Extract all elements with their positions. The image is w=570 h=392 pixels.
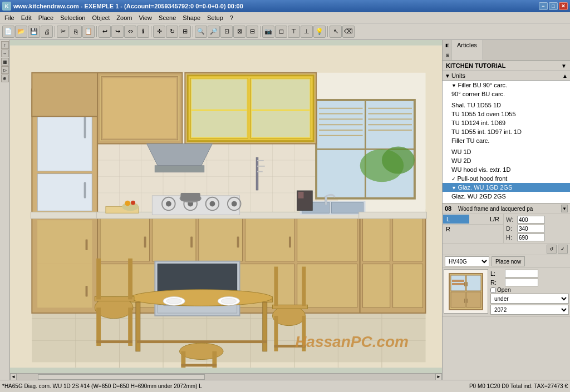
lr-right-label: L/R: [469, 215, 503, 224]
3d-viewport[interactable]: HassanPC.com: [10, 40, 442, 373]
list-item-wu-2d[interactable]: WU 2D: [443, 156, 570, 165]
cut-icon[interactable]: ✂: [57, 26, 69, 38]
zoom-all-icon[interactable]: ⊠: [233, 26, 245, 38]
menu-setup[interactable]: Setup: [204, 13, 227, 22]
category-dropdown[interactable]: ▼: [561, 63, 567, 69]
list-item-glaz-wu-1gd[interactable]: ▼ Glaz. WU 1GD 2GS: [443, 183, 570, 192]
list-item-filler-tu[interactable]: Filler TU carc.: [443, 136, 570, 145]
save-icon[interactable]: 💾: [28, 26, 40, 38]
list-item-filler-bu[interactable]: ▼ Filler BU 90° carc.: [443, 81, 570, 90]
eraser-icon[interactable]: ⌫: [342, 26, 355, 38]
mirror-icon[interactable]: ⇔: [124, 26, 136, 38]
menu-help[interactable]: ?: [227, 13, 237, 22]
svg-rect-149: [359, 212, 427, 219]
prop-l-input[interactable]: [505, 270, 538, 277]
list-item-tu-1d55-oven[interactable]: TU 1D55 1d oven 1D55: [443, 110, 570, 118]
list-item-tu-1d55-int[interactable]: TU 1D55 int. 1D97 int. 1D: [443, 127, 570, 136]
open-icon[interactable]: 📂: [15, 26, 27, 38]
menu-edit[interactable]: Edit: [18, 13, 35, 22]
model-select[interactable]: HV40G: [445, 256, 489, 266]
apply-icon[interactable]: ✓: [558, 245, 568, 254]
app-icon: K: [2, 2, 11, 11]
maximize-button[interactable]: □: [549, 2, 558, 10]
print-icon[interactable]: 🖨: [41, 26, 53, 38]
menu-file[interactable]: File: [1, 13, 18, 22]
view3d-icon[interactable]: ◻: [275, 26, 287, 38]
lr-l-option[interactable]: L: [443, 215, 469, 224]
paste-icon[interactable]: 📋: [82, 26, 95, 38]
open-checkbox[interactable]: [490, 287, 496, 293]
h-scroll-thumb[interactable]: [38, 374, 205, 380]
light-icon[interactable]: 💡: [313, 26, 326, 38]
horizontal-scrollbar[interactable]: ◄ ►: [10, 373, 442, 380]
prop-l-label: L:: [490, 270, 504, 277]
list-item-glaz-wu-2gd[interactable]: Glaz. WU 2GD 2GS: [443, 192, 570, 201]
undo-icon[interactable]: ↩: [99, 26, 111, 38]
svg-rect-61: [252, 80, 309, 110]
rotate-icon[interactable]: ↻: [166, 26, 178, 38]
dim-w-input[interactable]: [517, 216, 545, 224]
scroll-left-button[interactable]: ◄: [10, 374, 17, 380]
svg-rect-123: [96, 307, 101, 346]
place-now-button[interactable]: Place now: [492, 256, 525, 266]
subcategory-label: Units: [451, 72, 562, 79]
items-list[interactable]: ▼ Filler BU 90° carc. 90° corner BU carc…: [443, 81, 570, 203]
left-tool-1[interactable]: ↑: [1, 41, 9, 49]
list-item-pullout[interactable]: ✓ Pull-out hood front: [443, 174, 570, 183]
h-scroll-track[interactable]: [17, 374, 435, 380]
lr-r-option[interactable]: R: [443, 225, 503, 234]
list-item-wu-1d[interactable]: WU 1D: [443, 147, 570, 156]
prop-r-input[interactable]: [505, 279, 538, 286]
left-tool-2[interactable]: ↔: [1, 49, 9, 57]
svg-rect-160: [466, 299, 468, 303]
select-icon[interactable]: ↖: [330, 26, 342, 38]
menu-object[interactable]: Object: [89, 13, 114, 22]
dim-d-input[interactable]: [517, 225, 545, 232]
left-tool-3[interactable]: ▦: [1, 58, 9, 66]
menu-selection[interactable]: Selection: [57, 13, 89, 22]
detail-dropdown[interactable]: ▼: [561, 205, 568, 212]
menu-bar: File Edit Place Selection Object Zoom Vi…: [0, 12, 570, 23]
scroll-right-button[interactable]: ►: [435, 374, 442, 380]
reset-icon[interactable]: ↺: [547, 245, 557, 254]
tab-articles[interactable]: Articles: [451, 40, 483, 60]
redo-icon[interactable]: ↪: [111, 26, 124, 38]
view-front-icon[interactable]: ⊥: [301, 26, 313, 38]
zoom-in-icon[interactable]: 🔍: [195, 26, 207, 38]
close-button[interactable]: ✕: [559, 2, 568, 10]
list-item-wu-hood[interactable]: WU hood vis. extr. 1D: [443, 165, 570, 174]
svg-rect-128: [128, 259, 132, 300]
article-thumbnail: [444, 269, 488, 314]
sub-dropdown[interactable]: ▲: [562, 73, 568, 79]
svg-rect-119: [136, 302, 140, 351]
menu-view[interactable]: View: [135, 13, 155, 22]
menu-place[interactable]: Place: [35, 13, 57, 22]
list-item-corner-bu[interactable]: 90° corner BU carc.: [443, 90, 570, 98]
svg-rect-53: [84, 182, 86, 198]
svg-rect-98: [180, 193, 200, 201]
list-item-shal-tu[interactable]: Shal. TU 1D55 1D: [443, 101, 570, 110]
zoom-fit-icon[interactable]: ⊡: [220, 26, 233, 38]
minimize-button[interactable]: −: [539, 2, 548, 10]
menu-zoom[interactable]: Zoom: [113, 13, 135, 22]
svg-rect-154: [466, 292, 481, 307]
copy-icon[interactable]: ⎘: [70, 26, 82, 38]
menu-scene[interactable]: Scene: [155, 13, 179, 22]
zoom-window-icon[interactable]: ⊟: [246, 26, 258, 38]
new-icon[interactable]: 📄: [2, 26, 14, 38]
height-select[interactable]: 2072: [490, 305, 569, 315]
left-tool-4[interactable]: ▷: [1, 66, 9, 74]
menu-shape[interactable]: Shape: [179, 13, 204, 22]
info-icon[interactable]: ℹ: [137, 26, 149, 38]
position-select[interactable]: under: [490, 294, 569, 304]
left-tool-5[interactable]: ⊕: [1, 75, 9, 82]
grid-icon[interactable]: ⊞: [179, 26, 191, 38]
view-top-icon[interactable]: ⊤: [288, 26, 300, 38]
zoom-out-icon[interactable]: 🔎: [208, 26, 220, 38]
list-item-tu-1d124[interactable]: TU 1D124 int. 1D69: [443, 118, 570, 127]
svg-rect-157: [464, 282, 465, 286]
article-props: L: R: Open under: [490, 269, 569, 315]
dim-h-input[interactable]: [517, 234, 545, 241]
camera-icon[interactable]: 📷: [262, 26, 274, 38]
move-icon[interactable]: ✛: [153, 26, 165, 38]
